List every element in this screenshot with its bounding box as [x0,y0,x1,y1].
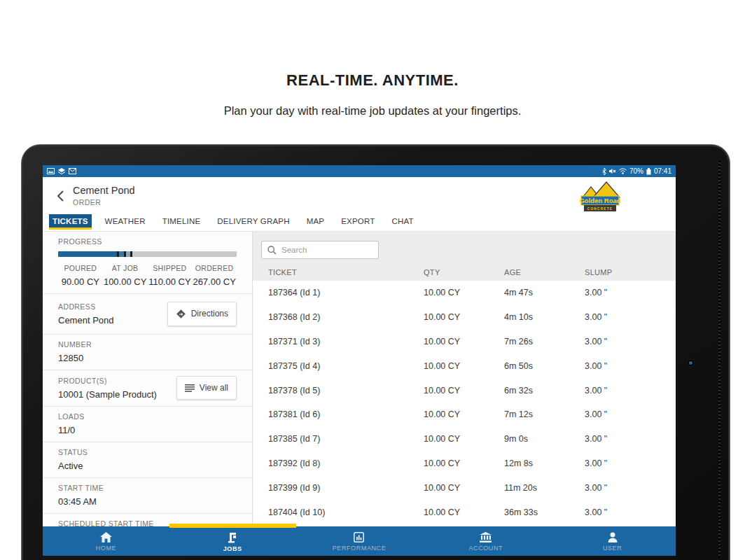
progress-label: PROGRESS [58,237,237,246]
ticket-age: 12m 8s [504,458,585,468]
status-value: Active [58,461,237,471]
start-time-value: 03:45 AM [58,496,237,507]
ticket-row[interactable]: 187399 (Id 9) 10.00 CY 11m 20s 3.00 " [253,475,676,500]
app-screen: 70% 07:41 Cement Pond ORDER [43,165,676,556]
directions-diamond-icon [176,309,186,319]
nav-item-performance[interactable]: PERFORMANCE [296,526,423,556]
nav-item-account[interactable]: ACCOUNT [422,526,549,556]
order-title: Cement Pond [73,185,135,196]
svg-text:Golden Road: Golden Road [580,197,620,204]
progress-stat: ORDERED 267.00 CY [192,264,237,287]
ticket-id: 187399 (Id 9) [268,483,424,493]
battery-percent: 70% [629,167,643,175]
search-box[interactable] [261,241,379,259]
ticket-id: 187404 (Id 10) [268,507,424,517]
svg-text:CONCRETE: CONCRETE [587,207,613,211]
jobs-signpost-icon [227,532,238,543]
tablet-frame: 70% 07:41 Cement Pond ORDER [21,144,730,560]
ticket-row[interactable]: 187404 (Id 10) 10.00 CY 36m 33s 3.00 " [253,500,676,524]
ticket-row[interactable]: 187371 (Id 3) 10.00 CY 7m 26s 3.00 " [253,330,676,354]
progress-tick-atjob [124,251,126,257]
ticket-row[interactable]: 187364 (Id 1) 10.00 CY 4m 47s 3.00 " [253,281,676,305]
tab[interactable]: EXPORT [337,214,378,230]
home-icon [100,532,112,542]
ticket-qty: 10.00 CY [424,483,504,493]
ticket-slump: 3.00 " [585,507,676,517]
ticket-age: 4m 47s [504,288,585,298]
ticket-qty: 10.00 CY [424,386,504,396]
products-section: PRODUCT(S) 10001 (Sample Product) View a… [43,370,252,407]
number-value: 12850 [58,353,237,363]
nav-item-user[interactable]: USER [549,526,676,556]
view-all-button[interactable]: View all [176,376,237,400]
ticket-qty: 10.00 CY [424,361,504,371]
ticket-age: 4m 10s [504,312,585,322]
number-label: NUMBER [58,340,237,349]
bottom-nav: HOME JOBS PERFORMANCE [43,526,676,556]
volume-muted-icon [609,168,616,174]
ticket-row[interactable]: 187375 (Id 4) 10.00 CY 6m 50s 3.00 " [253,354,676,378]
col-header-slump: SLUMP [585,268,676,276]
tab[interactable]: TIMELINE [159,214,204,230]
products-value: 10001 (Sample Product) [58,389,157,400]
hero-section: REAL-TIME. ANYTIME. Plan your day with r… [0,71,745,118]
nav-item-home[interactable]: HOME [43,526,169,556]
progress-poured-segment [58,251,118,257]
number-section: NUMBER 12850 [43,335,252,370]
tab[interactable]: DELIVERY GRAPH [214,214,293,230]
products-label: PRODUCT(S) [58,377,157,385]
tab[interactable]: WEATHER [102,214,149,230]
ticket-slump: 3.00 " [585,288,676,298]
directions-button[interactable]: Directions [167,302,237,326]
progress-tick-poured [117,251,119,257]
tab[interactable]: MAP [303,214,328,230]
loads-value: 11/0 [58,425,237,435]
ticket-age: 6m 32s [504,386,585,396]
ticket-age: 11m 20s [504,483,585,493]
ticket-slump: 3.00 " [585,337,676,346]
address-value: Cement Pond [58,315,114,326]
tablet-camera [687,359,695,367]
col-header-ticket: TICKET [268,268,424,276]
address-label: ADDRESS [58,302,114,311]
start-time-section: START TIME 03:45 AM [43,478,252,514]
tab[interactable]: TICKETS [49,214,92,230]
progress-section: PROGRESS POURED 90.00 CY [43,232,252,294]
order-details-panel: PROGRESS POURED 90.00 CY [43,232,253,526]
tickets-panel: TICKET QTY AGE SLUMP 187364 (Id 1) 10.00… [253,232,676,526]
status-label: STATUS [58,448,237,456]
ticket-qty: 10.00 CY [424,312,504,322]
ticket-row[interactable]: 187381 (Id 6) 10.00 CY 7m 12s 3.00 " [253,402,676,427]
ticket-row[interactable]: 187392 (Id 8) 10.00 CY 12m 8s 3.00 " [253,451,676,476]
nav-item-jobs[interactable]: JOBS [169,526,296,556]
ticket-id: 187368 (Id 2) [268,312,424,322]
content-area: PROGRESS POURED 90.00 CY [43,231,676,526]
tickets-toolbar [253,232,676,263]
progress-stat: POURED 90.00 CY [58,264,103,287]
wifi-icon [619,168,627,174]
ticket-qty: 10.00 CY [424,410,504,419]
ticket-qty: 10.00 CY [424,458,504,468]
bluetooth-icon [602,168,606,175]
search-input[interactable] [281,246,358,254]
ticket-row[interactable]: 187385 (Id 7) 10.00 CY 9m 0s 3.00 " [253,427,676,451]
back-button[interactable] [53,187,68,205]
order-title-block: Cement Pond ORDER [73,185,135,206]
tickets-table-header: TICKET QTY AGE SLUMP [253,263,676,281]
ticket-row[interactable]: 187378 (Id 5) 10.00 CY 6m 32s 3.00 " [253,378,676,402]
tab[interactable]: CHAT [388,214,417,230]
ticket-age: 9m 0s [504,434,585,444]
ticket-id: 187385 (Id 7) [268,434,424,444]
progress-stat: AT JOB 100.00 CY [103,264,148,287]
ticket-slump: 3.00 " [585,312,676,322]
mail-icon [69,168,76,174]
ticket-qty: 10.00 CY [424,434,504,444]
status-bar-left [47,168,76,174]
status-time: 07:41 [654,167,671,175]
ticket-row[interactable]: 187368 (Id 2) 10.00 CY 4m 10s 3.00 " [253,305,676,330]
col-header-qty: QTY [424,268,504,276]
ticket-slump: 3.00 " [585,386,676,396]
hero-subtitle: Plan your day with real-time job updates… [0,104,745,118]
search-icon [267,246,277,255]
ticket-qty: 10.00 CY [424,337,504,346]
